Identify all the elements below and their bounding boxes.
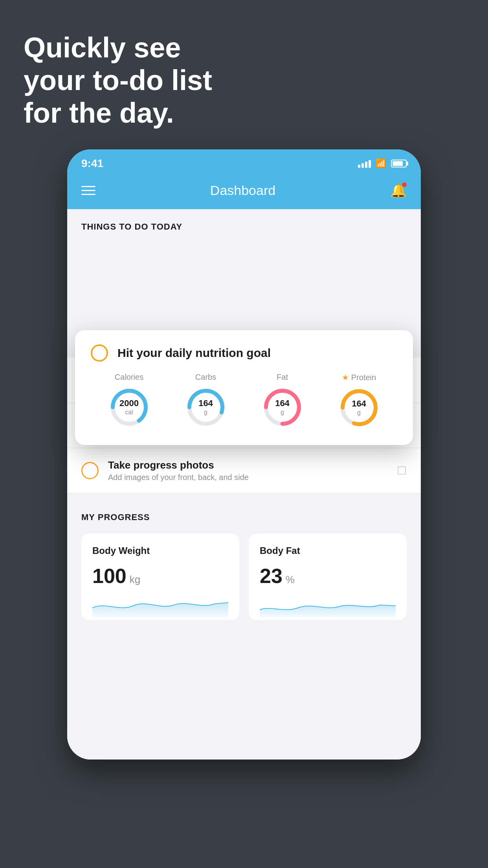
fat-item: Fat 164 g [261,373,304,429]
notification-bell[interactable]: 🔔 [390,182,407,198]
protein-unit: g [352,409,366,417]
hamburger-menu[interactable] [81,186,95,195]
protein-label: ★ Protein [342,373,376,382]
status-bar: 9:41 📶 [67,149,421,175]
body-weight-card[interactable]: Body Weight 100 kg [81,533,239,620]
nav-title: Dashboard [210,183,275,198]
battery-icon [391,160,407,167]
todo-text-photos: Take progress photos Add images of your … [108,459,387,482]
nutrition-grid: Calories 2000 cal Carbs [91,373,397,429]
calories-value-block: 2000 cal [119,398,139,416]
body-weight-value: 100 [92,564,127,588]
body-fat-value: 23 [260,564,283,588]
calories-item: Calories 2000 cal [108,373,151,429]
nutrition-popup-card: Hit your daily nutrition goal Calories 2… [75,330,413,445]
carbs-label: Carbs [195,373,216,382]
progress-grid: Body Weight 100 kg [81,533,407,620]
fat-label: Fat [277,373,288,382]
todo-title-photos: Take progress photos [108,459,387,471]
protein-value-block: 164 g [352,399,366,417]
body-fat-value-row: 23 % [260,564,396,588]
notification-dot [402,182,407,187]
protein-donut: 164 g [338,386,381,429]
todo-circle-photos [81,462,99,479]
body-fat-chart [260,594,396,618]
phone-mockup: 9:41 📶 Dashboard 🔔 [67,149,421,760]
fat-value: 164 [275,398,290,408]
progress-section: MY PROGRESS Body Weight 100 kg [67,493,421,634]
status-icons: 📶 [358,158,407,169]
carbs-donut: 164 g [184,386,227,429]
fat-donut: 164 g [261,386,304,429]
body-weight-chart [92,594,228,618]
body-weight-unit: kg [130,574,140,586]
list-item[interactable]: Take progress photos Add images of your … [67,448,421,493]
photo-icon: ☐ [397,464,407,477]
popup-title: Hit your daily nutrition goal [117,346,271,360]
calories-label: Calories [115,373,143,382]
hero-text: Quickly see your to-do list for the day. [24,31,212,129]
main-content: THINGS TO DO TODAY Running Track your st… [67,209,421,760]
things-today-header: THINGS TO DO TODAY [67,209,421,240]
fat-unit: g [275,409,290,416]
fat-value-block: 164 g [275,398,290,416]
protein-item: ★ Protein 164 g [338,373,381,429]
wifi-icon: 📶 [376,158,386,169]
popup-title-row: Hit your daily nutrition goal [91,344,397,362]
progress-heading: MY PROGRESS [81,512,407,522]
star-icon: ★ [342,373,349,382]
carbs-value: 164 [198,398,213,408]
calories-unit: cal [119,409,139,416]
calories-value: 2000 [119,398,139,408]
body-weight-title: Body Weight [92,545,228,556]
carbs-unit: g [198,409,213,416]
phone-screen: 9:41 📶 Dashboard 🔔 [67,149,421,760]
body-fat-title: Body Fat [260,545,396,556]
popup-circle-indicator [91,344,108,362]
signal-icon [358,159,371,168]
carbs-item: Carbs 164 g [184,373,227,429]
status-time: 9:41 [81,157,103,170]
protein-value: 164 [352,399,366,409]
body-fat-card[interactable]: Body Fat 23 % [249,533,407,620]
calories-donut: 2000 cal [108,386,151,429]
todo-subtitle-photos: Add images of your front, back, and side [108,473,387,482]
body-fat-unit: % [286,574,295,586]
carbs-value-block: 164 g [198,398,213,416]
body-weight-value-row: 100 kg [92,564,228,588]
nav-bar: Dashboard 🔔 [67,175,421,209]
